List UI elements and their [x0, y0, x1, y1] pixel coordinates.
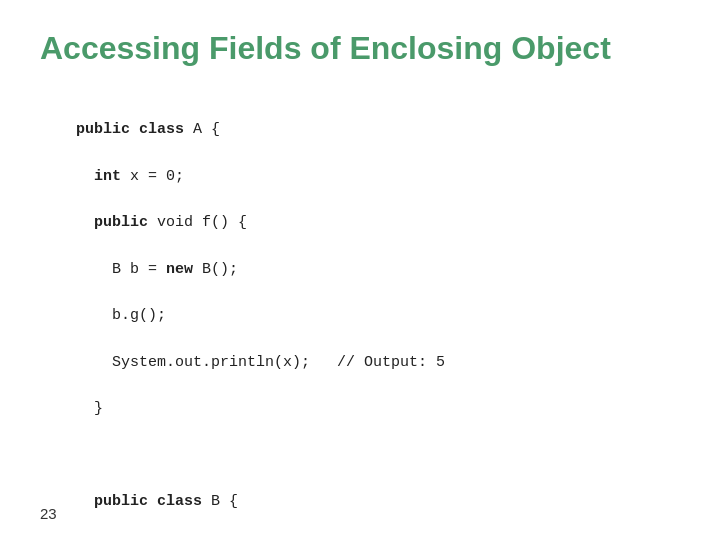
code-line-5: b.g(); — [76, 307, 166, 324]
slide-title: Accessing Fields of Enclosing Object — [40, 30, 680, 67]
code-line-1: public class A { — [76, 121, 220, 138]
code-line-9: public class B { — [76, 493, 238, 510]
slide-number: 23 — [40, 505, 57, 522]
code-line-6: System.out.println(x); // Output: 5 — [76, 354, 445, 371]
code-line-4: B b = new B(); — [76, 261, 238, 278]
slide-container: Accessing Fields of Enclosing Object pub… — [0, 0, 720, 540]
code-line-3: public void f() { — [76, 214, 247, 231]
code-line-2: int x = 0; — [76, 168, 184, 185]
code-block: public class A { int x = 0; public void … — [40, 95, 680, 540]
code-line-7: } — [76, 400, 103, 417]
